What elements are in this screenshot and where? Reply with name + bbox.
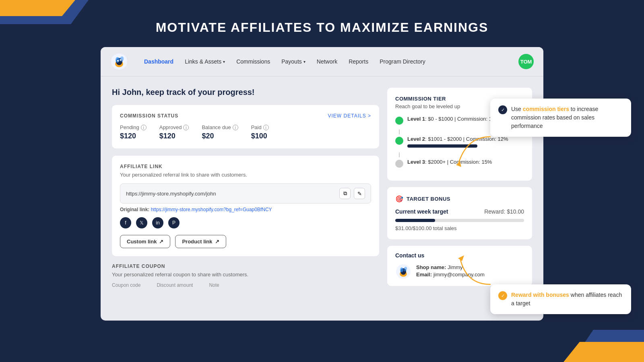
info-icon-balance: i bbox=[233, 125, 238, 130]
bonus-progress-track bbox=[395, 219, 524, 222]
edit-link-button[interactable]: ✎ bbox=[354, 188, 365, 199]
svg-point-10 bbox=[400, 267, 403, 272]
affiliate-link-title: AFFILIATE LINK bbox=[120, 164, 371, 169]
svg-point-5 bbox=[117, 60, 119, 62]
commission-status-title: COMMISSION STATUS View details > bbox=[120, 113, 371, 119]
callout-tiers-text: Use commission tiers to increase commiss… bbox=[511, 105, 623, 130]
nav-link-dashboard[interactable]: Dashboard bbox=[144, 58, 173, 65]
app-logo bbox=[110, 53, 128, 70]
facebook-icon[interactable]: f bbox=[120, 217, 131, 228]
product-link-button[interactable]: Product link ↗ bbox=[175, 235, 226, 248]
coupon-table-header: Coupon code Discount amount Note bbox=[112, 282, 379, 288]
pending-amount: $120 bbox=[120, 132, 147, 140]
nav-link-commissions[interactable]: Commissions bbox=[236, 58, 270, 65]
callout-bonus-text: Reward with bonuses when affiliates reac… bbox=[511, 291, 623, 308]
nav-link-network[interactable]: Network bbox=[317, 58, 337, 65]
svg-point-3 bbox=[116, 57, 120, 63]
left-panel: Hi John, keep track of your progress! CO… bbox=[112, 88, 379, 288]
tier-dot-level-2 bbox=[395, 137, 403, 145]
nav-link-program-directory[interactable]: Program Directory bbox=[380, 58, 425, 65]
bonus-header: 🎯 TARGET BONUS bbox=[395, 195, 524, 203]
callout-tiers-wrapper: ✓ Use commission tiers to increase commi… bbox=[490, 99, 631, 137]
current-week-label: Current week target bbox=[395, 208, 448, 215]
corner-decoration-orange-br bbox=[564, 342, 644, 362]
bonus-icon: 🎯 bbox=[395, 195, 403, 203]
original-link: Original link: https://jimmy-store.mysho… bbox=[120, 207, 371, 212]
tier-dot-level-3 bbox=[395, 160, 403, 168]
view-details-link[interactable]: View details > bbox=[328, 113, 371, 119]
svg-point-6 bbox=[120, 59, 122, 61]
coupon-code-header: Coupon code bbox=[112, 282, 140, 288]
linkedin-icon[interactable]: in bbox=[152, 217, 163, 228]
tier-dot-level-1 bbox=[395, 117, 403, 125]
chevron-down-icon: ▾ bbox=[223, 60, 225, 64]
navbar: Dashboard Links & Assets ▾ Commissions P… bbox=[101, 47, 543, 76]
callout-bonus: ✓ Reward with bonuses when affiliates re… bbox=[490, 284, 631, 314]
nav-link-links-assets[interactable]: Links & Assets ▾ bbox=[185, 58, 225, 65]
paid-amount: $100 bbox=[251, 132, 269, 140]
highlight-reward-bonuses: Reward with bonuses bbox=[511, 292, 569, 298]
callout-tiers: ✓ Use commission tiers to increase commi… bbox=[490, 99, 631, 137]
nav-link-payouts[interactable]: Payouts ▾ bbox=[281, 58, 305, 65]
commission-pending: Pending i $120 bbox=[120, 124, 147, 140]
reward-label: Reward: $10.00 bbox=[484, 208, 524, 215]
discount-amount-header: Discount amount bbox=[157, 282, 193, 288]
link-input-row: https://jimmy-store.myshopify.com/john ⧉… bbox=[120, 183, 371, 204]
bonus-title: TARGET BONUS bbox=[407, 196, 450, 202]
copy-link-button[interactable]: ⧉ bbox=[339, 188, 351, 199]
user-avatar[interactable]: TOM bbox=[518, 54, 534, 69]
bonus-progress-fill bbox=[395, 219, 435, 222]
sales-text: $31.00/$100.00 total sales bbox=[395, 225, 524, 231]
affiliate-link-value: https://jimmy-store.myshopify.com/john bbox=[126, 191, 339, 197]
external-link-icon-2: ↗ bbox=[215, 239, 219, 245]
coupon-title: AFFILIATE COUPON bbox=[112, 263, 379, 269]
callout-bonus-wrapper: ✓ Reward with bonuses when affiliates re… bbox=[490, 284, 631, 314]
info-icon-pending: i bbox=[141, 125, 147, 130]
affiliate-coupon-section: AFFILIATE COUPON Your personalized refer… bbox=[112, 263, 379, 288]
svg-marker-13 bbox=[458, 255, 464, 261]
arrow-tiers bbox=[450, 133, 498, 173]
commission-grid: Pending i $120 Approved i $120 bbox=[120, 124, 371, 140]
bonus-target-row: Current week target Reward: $10.00 bbox=[395, 208, 524, 215]
check-icon-tiers: ✓ bbox=[498, 105, 507, 114]
twitter-icon[interactable]: 𝕏 bbox=[136, 217, 147, 228]
approved-amount: $120 bbox=[159, 132, 189, 140]
external-link-icon: ↗ bbox=[159, 239, 163, 245]
affiliate-link-desc: Your personalized referral link to share… bbox=[120, 172, 371, 178]
greeting-text: Hi John, keep track of your progress! bbox=[112, 88, 379, 97]
page-title: MOTIVATE AFFILIATES TO MAXIMIZE EARNINGS bbox=[0, 0, 644, 47]
tier-connector-2 bbox=[399, 152, 400, 157]
info-icon-approved: i bbox=[183, 125, 189, 130]
check-icon-bonus: ✓ bbox=[498, 291, 507, 300]
highlight-commission-tiers: commission tiers bbox=[523, 106, 569, 112]
note-header: Note bbox=[209, 282, 219, 288]
commission-paid: Paid i $100 bbox=[251, 124, 269, 140]
info-icon-paid: i bbox=[263, 125, 269, 130]
commission-status-card: COMMISSION STATUS View details > Pending… bbox=[112, 105, 379, 148]
tier-connector-1 bbox=[399, 130, 400, 134]
balance-due-amount: $20 bbox=[202, 132, 238, 140]
link-buttons-row: Custom link ↗ Product link ↗ bbox=[120, 235, 371, 248]
chevron-down-icon-payouts: ▾ bbox=[303, 60, 305, 64]
arrow-bonus bbox=[454, 252, 502, 292]
coupon-desc: Your personalized referral coupon to sha… bbox=[112, 272, 379, 278]
target-bonus-card: 🎯 TARGET BONUS Current week target Rewar… bbox=[387, 187, 532, 239]
contact-bee-logo bbox=[395, 263, 411, 280]
custom-link-button[interactable]: Custom link ↗ bbox=[120, 235, 170, 248]
nav-links: Dashboard Links & Assets ▾ Commissions P… bbox=[144, 58, 506, 65]
commission-balance-due: Balance due i $20 bbox=[202, 124, 238, 140]
pinterest-icon[interactable]: P bbox=[168, 217, 180, 228]
social-icons-row: f 𝕏 in P bbox=[120, 217, 371, 228]
nav-link-reports[interactable]: Reports bbox=[349, 58, 368, 65]
commission-approved: Approved i $120 bbox=[159, 124, 189, 140]
affiliate-link-card: AFFILIATE LINK Your personalized referra… bbox=[112, 156, 379, 256]
